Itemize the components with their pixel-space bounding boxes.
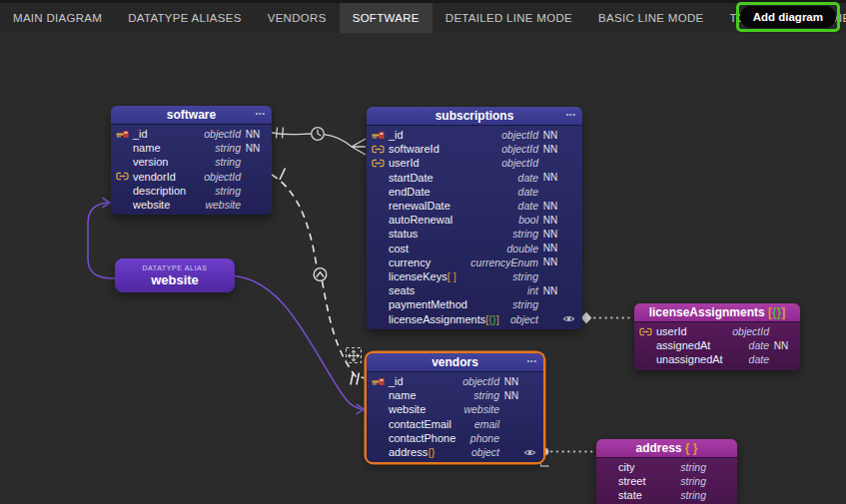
field-name: website [389,403,425,415]
tab-main-diagram[interactable]: MAIN DIAGRAM [0,3,115,33]
field-row-assignedAt[interactable]: assignedAtdateNN [634,338,800,352]
one-marker [277,128,284,139]
field-type: double [506,243,538,254]
field-row-street[interactable]: streetstring [596,474,737,488]
add-diagram-highlight-box: Add diagram [736,2,840,32]
field-row-softwareId[interactable]: softwareIdobjectIdNN [367,142,582,156]
field-type: string [680,489,706,501]
ellipsis-icon[interactable]: ••• [256,106,266,122]
tab-basic-line-mode[interactable]: BASIC LINE MODE [585,3,716,33]
table-header-software[interactable]: software••• [111,106,272,124]
table-header-vendors[interactable]: vendors••• [367,353,543,371]
field-row-licenseKeys[interactable]: licenseKeys[ ]string [367,269,582,283]
link-subscriptions-licenseAssignments[interactable] [581,312,630,323]
field-row-website[interactable]: websitewebsite [367,402,543,416]
field-name: assignedAt [656,339,710,351]
field-row-name[interactable]: namestringNN [367,388,543,402]
field-type: objectId [204,171,241,183]
field-icon-cell [372,377,389,386]
field-type: objectId [501,157,538,169]
table-subscriptions[interactable]: subscriptions•••_idobjectIdNNsoftwareIdo… [367,107,582,329]
field-row-cost[interactable]: costdoubleNN [367,242,582,255]
field-row-unassignedAt[interactable]: unassignedAtdate [634,352,800,366]
add-diagram-button[interactable]: Add diagram [740,6,836,28]
field-name: state [618,489,642,501]
table-header-subscriptions[interactable]: subscriptions••• [367,107,582,125]
field-row-_id[interactable]: _idobjectIdNN [367,374,543,388]
field-row-vendorId[interactable]: vendorIdobjectId [111,170,272,184]
field-row-userId[interactable]: userIdobjectId [634,324,800,338]
field-name: name [389,389,417,401]
tab-vendors[interactable]: VENDORS [255,3,340,33]
diagram-canvas[interactable]: software•••_idobjectIdNNnamestringNNvers… [0,33,846,504]
field-row-_id[interactable]: _idobjectIdNN [367,128,582,142]
field-type: string [215,185,241,197]
field-row-autoRenewal[interactable]: autoRenewalboolNN [367,213,582,227]
field-type: string [512,298,538,310]
not-null-badge: NN [499,390,523,401]
field-row-description[interactable]: descriptionstring [111,184,272,198]
alias-links-website[interactable] [88,198,364,414]
field-name: renewalDate [389,200,450,212]
field-row-website[interactable]: websitewebsite [111,198,272,212]
eye-cell[interactable] [523,448,536,457]
table-address[interactable]: address { }citystringstreetstringstatest… [596,439,737,504]
field-name: version [133,156,168,168]
field-row-state[interactable]: statestring [596,488,737,502]
title-bracket: ] [781,305,785,319]
field-row-seats[interactable]: seatsintNN [367,283,582,297]
datatype-alias-website[interactable]: DATATYPE ALIASwebsite [115,258,235,292]
ellipsis-icon[interactable]: ••• [527,353,537,369]
field-type: date [518,186,538,198]
field-row-name[interactable]: namestringNN [111,141,272,155]
field-type: website [205,199,241,211]
field-type: string [512,228,538,240]
field-row-city[interactable]: citystring [596,460,737,474]
relation-software-subscriptions[interactable] [272,128,366,156]
relation-software-vendors[interactable] [272,169,366,385]
arrow-head [103,198,111,208]
field-name: _id [389,129,404,141]
field-row-version[interactable]: versionstring [111,155,272,169]
field-row-status[interactable]: statusstringNN [367,227,582,241]
field-row-contactPhone[interactable]: contactPhonephone [367,431,543,445]
not-null-badge: NN [538,201,562,212]
table-title: address [635,441,681,455]
field-name: _id [389,375,404,387]
table-software[interactable]: software•••_idobjectIdNNnamestringNNvers… [111,106,272,215]
field-name: licenseAssignments [389,313,485,325]
field-row-currency[interactable]: currencycurrencyEnumNN [367,255,582,269]
field-row-paymentMethod[interactable]: paymentMethodstring [367,297,582,311]
field-row-endDate[interactable]: endDatedate [367,185,582,199]
field-row-address[interactable]: address{}object [367,445,543,459]
tab-detailed-line-mode[interactable]: DETAILED LINE MODE [432,3,585,33]
field-row-userId[interactable]: userIdobjectId [367,156,582,170]
not-null-badge: NN [769,340,793,351]
field-type: int [527,284,538,296]
table-licenseAssignments[interactable]: licenseAssignments [{}]userIdobjectIdass… [634,303,800,370]
link-vendors-address[interactable] [541,448,593,456]
move-handle-icon[interactable] [347,348,362,363]
field-type: website [463,403,499,415]
field-name: contactEmail [389,418,451,430]
table-header-licenseAssignments[interactable]: licenseAssignments [{}] [634,303,800,321]
table-header-address[interactable]: address { } [596,439,737,457]
table-vendors[interactable]: vendors•••_idobjectIdNNnamestringNNwebsi… [367,353,543,462]
field-type: date [518,200,538,212]
eye-cell[interactable] [562,314,575,323]
field-type: objectId [732,325,769,337]
field-row-startDate[interactable]: startDatedateNN [367,171,582,185]
one-marker [280,169,286,181]
field-row-renewalDate[interactable]: renewalDatedateNN [367,199,582,213]
table-title: software [167,108,216,122]
field-row-licenseAssignments[interactable]: licenseAssignments[{}]object [367,311,582,325]
field-name: userId [656,325,687,337]
field-row-_id[interactable]: _idobjectIdNN [111,127,272,141]
tab-datatype-aliases[interactable]: DATATYPE ALIASES [115,3,254,33]
field-row-contactEmail[interactable]: contactEmailemail [367,417,543,431]
table-body: _idobjectIdNNsoftwareIdobjectIdNNuserIdo… [367,125,582,329]
ellipsis-icon[interactable]: ••• [566,107,576,123]
field-name: street [618,475,646,487]
field-type: date [749,339,769,351]
tab-software[interactable]: SOFTWARE [340,3,432,33]
